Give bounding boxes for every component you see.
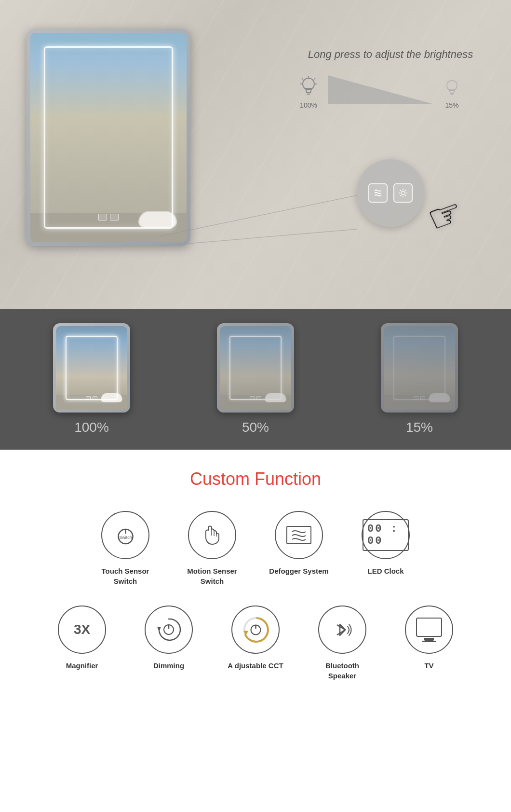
zoom-btn-sun xyxy=(393,183,413,203)
bulb-15-group: 15% xyxy=(444,78,460,109)
tv-screen-icon xyxy=(416,618,442,637)
feature-touch-sensor: Switch Touch SensorSwitch xyxy=(82,511,169,586)
cct-circle xyxy=(231,606,280,654)
magnifier-icon: 3X xyxy=(74,622,90,637)
motion-hand-icon xyxy=(198,521,226,549)
mirror-50 xyxy=(217,323,294,413)
magnifier-circle: 3X xyxy=(58,606,106,654)
feature-led-clock: 00 : 00 LED Clock xyxy=(342,511,429,586)
defogger-waves-icon xyxy=(290,528,308,542)
feature-tv: TV xyxy=(386,606,472,681)
svg-line-23 xyxy=(400,195,401,196)
power-icon: Switch xyxy=(112,522,139,549)
brightness-level-100: 100% xyxy=(10,323,174,435)
features-row-2: 3X Magnifier Dimming xyxy=(14,606,497,681)
bluetooth-label: BluetoothSpeaker xyxy=(325,661,359,681)
svg-marker-8 xyxy=(328,75,434,104)
brightness-levels-section: 100% 50% xyxy=(0,309,511,450)
svg-line-6 xyxy=(302,78,303,80)
motion-sensor-circle xyxy=(188,511,236,559)
feature-dimming: Dimming xyxy=(125,606,212,681)
svg-line-13 xyxy=(457,81,457,82)
tv-stand-icon xyxy=(424,638,434,641)
svg-text:Switch: Switch xyxy=(119,535,132,540)
led-clock-circle: 00 : 00 xyxy=(362,511,410,559)
svg-point-15 xyxy=(401,191,405,195)
section-title: Custom Function xyxy=(14,469,497,489)
bulb-bright-icon xyxy=(299,75,318,99)
dimming-label: Dimming xyxy=(153,661,184,671)
svg-line-20 xyxy=(400,190,401,191)
top-section: Long press to adjust the brightness 100% xyxy=(0,0,511,309)
brightness-wedge xyxy=(328,75,434,109)
defogger-label: Defogger System xyxy=(269,566,328,576)
defogger-box xyxy=(286,526,311,544)
svg-point-0 xyxy=(303,78,314,90)
magnifier-label: Magnifier xyxy=(66,661,98,671)
svg-line-4 xyxy=(314,78,315,80)
svg-point-9 xyxy=(447,81,457,91)
percent-50-label: 50% xyxy=(242,420,269,435)
feature-bluetooth: BluetoothSpeaker xyxy=(299,606,386,681)
bluetooth-circle xyxy=(318,606,366,654)
dimming-circle xyxy=(145,606,193,654)
led-clock-display: 00 : 00 xyxy=(363,519,409,551)
hand-pointer-icon: ☞ xyxy=(421,188,469,242)
bulb-100-group: 100% xyxy=(299,75,318,109)
feature-magnifier: 3X Magnifier xyxy=(39,606,125,681)
svg-line-14 xyxy=(446,81,447,82)
brightness-info: Long press to adjust the brightness 100% xyxy=(299,48,482,109)
motion-sensor-label: Motion SenserSwitch xyxy=(187,566,237,586)
bluetooth-icon xyxy=(329,617,356,643)
brightness-label: Long press to adjust the brightness xyxy=(299,48,482,61)
brightness-15-label: 15% xyxy=(445,101,458,109)
svg-line-22 xyxy=(405,190,406,191)
mirror-touch-btn-2[interactable] xyxy=(110,214,119,220)
touch-sensor-label: Touch SensorSwitch xyxy=(102,566,149,586)
defogger-circle xyxy=(275,511,323,559)
percent-15-label: 15% xyxy=(406,420,433,435)
bulb-dim-icon xyxy=(444,78,460,99)
percent-100-label: 100% xyxy=(74,420,109,435)
svg-marker-32 xyxy=(157,627,161,632)
mirror-15 xyxy=(381,323,458,413)
tv-label: TV xyxy=(424,661,433,671)
touch-sensor-circle: Switch xyxy=(101,511,149,559)
brightness-level-15: 15% xyxy=(337,323,501,435)
cct-icon xyxy=(240,614,271,646)
brightness-100-label: 100% xyxy=(300,101,317,109)
led-clock-label: LED Clock xyxy=(367,566,403,576)
features-row-1: Switch Touch SensorSwitch Motion SenserS… xyxy=(14,511,497,586)
tv-circle xyxy=(405,606,453,654)
cct-label: A djustable CCT xyxy=(228,661,283,671)
mirror-touch-btn-1[interactable] xyxy=(98,214,107,220)
mirror-100 xyxy=(53,323,130,413)
tv-base-icon xyxy=(422,641,436,642)
feature-defogger: Defogger System xyxy=(256,511,342,586)
tv-icon-group xyxy=(416,618,442,642)
feature-motion-sensor: Motion SenserSwitch xyxy=(169,511,256,586)
svg-line-21 xyxy=(405,195,406,196)
feature-cct: A djustable CCT xyxy=(212,606,299,681)
zoom-btn-waves xyxy=(368,183,388,203)
dimming-icon xyxy=(154,615,183,644)
custom-function-section: Custom Function Switch Touch SensorSwitc… xyxy=(0,450,511,705)
mirror-display xyxy=(27,29,190,246)
zoom-circle xyxy=(357,159,424,227)
brightness-level-50: 50% xyxy=(174,323,337,435)
